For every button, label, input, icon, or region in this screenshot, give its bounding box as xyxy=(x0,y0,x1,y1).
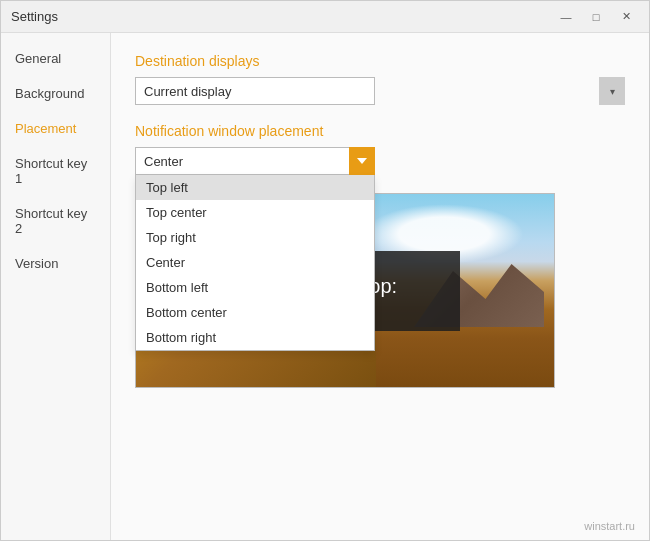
sidebar-item-shortcut1[interactable]: Shortcut key 1 xyxy=(1,146,110,196)
destination-dropdown-arrow-icon: ▾ xyxy=(599,77,625,105)
main-panel: Destination displays Current display All… xyxy=(111,33,649,540)
sidebar-item-shortcut2[interactable]: Shortcut key 2 xyxy=(1,196,110,246)
destination-displays-title: Destination displays xyxy=(135,53,625,69)
content-area: General Background Placement Shortcut ke… xyxy=(1,33,649,540)
close-button[interactable]: ✕ xyxy=(613,7,639,27)
placement-option-topcenter[interactable]: Top center xyxy=(136,200,374,225)
placement-dropdown-wrapper[interactable]: Center Top left Top center Top right Cen… xyxy=(135,147,375,175)
sidebar: General Background Placement Shortcut ke… xyxy=(1,33,111,540)
maximize-button[interactable]: □ xyxy=(583,7,609,27)
placement-option-bottomright[interactable]: Bottom right xyxy=(136,325,374,350)
minimize-button[interactable]: — xyxy=(553,7,579,27)
settings-window: Settings — □ ✕ General Background Placem… xyxy=(0,0,650,541)
placement-selected-value: Center xyxy=(144,154,183,169)
sidebar-item-version[interactable]: Version xyxy=(1,246,110,281)
placement-option-center[interactable]: Center xyxy=(136,250,374,275)
placement-option-bottomleft[interactable]: Bottom left xyxy=(136,275,374,300)
placement-option-bottomcenter[interactable]: Bottom center xyxy=(136,300,374,325)
window-controls: — □ ✕ xyxy=(553,7,639,27)
title-bar: Settings — □ ✕ xyxy=(1,1,649,33)
sidebar-item-general[interactable]: General xyxy=(1,41,110,76)
placement-option-topleft[interactable]: Top left xyxy=(136,175,374,200)
placement-option-topright[interactable]: Top right xyxy=(136,225,374,250)
placement-select-display[interactable]: Center xyxy=(135,147,375,175)
placement-title: Notification window placement xyxy=(135,123,625,139)
sidebar-item-placement[interactable]: Placement xyxy=(1,111,110,146)
window-title: Settings xyxy=(11,9,58,24)
placement-dropdown-list: Top left Top center Top right Center Bot… xyxy=(135,175,375,351)
destination-dropdown[interactable]: Current display All displays Primary dis… xyxy=(135,77,375,105)
destination-dropdown-wrapper: Current display All displays Primary dis… xyxy=(135,77,625,105)
footer-text: winstart.ru xyxy=(584,520,635,532)
sidebar-item-background[interactable]: Background xyxy=(1,76,110,111)
